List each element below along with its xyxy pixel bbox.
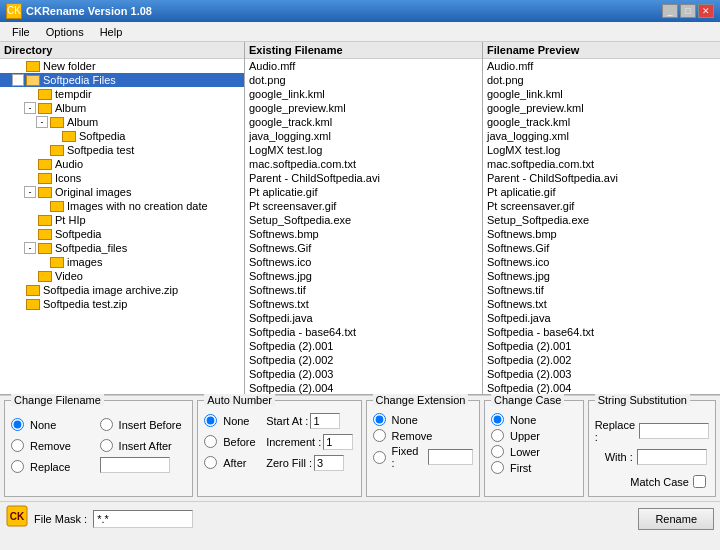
list-item[interactable]: Softpedia (2).004 [483, 381, 720, 394]
cf-insert-after-option[interactable]: Insert After [100, 439, 187, 452]
an-none-radio[interactable] [204, 414, 217, 427]
list-item[interactable]: Softpedia (2).002 [483, 353, 720, 367]
cc-first-option[interactable]: First [491, 461, 577, 474]
list-item[interactable]: google_preview.kml [245, 101, 482, 115]
list-item[interactable]: Softnews.tif [245, 283, 482, 297]
an-before-option[interactable]: Before [204, 435, 264, 448]
cf-none-radio[interactable] [11, 418, 24, 431]
list-item[interactable]: java_logging.xml [483, 129, 720, 143]
tree-item[interactable]: -Softpedia Files [0, 73, 244, 87]
list-item[interactable]: Pt aplicatie.gif [245, 185, 482, 199]
tree-item[interactable]: Audio [0, 157, 244, 171]
tree-item[interactable]: -Album [0, 115, 244, 129]
expand-icon[interactable]: - [24, 242, 36, 254]
list-item[interactable]: google_link.kml [245, 87, 482, 101]
list-item[interactable]: Softnews.bmp [245, 227, 482, 241]
list-item[interactable]: Audio.mff [245, 59, 482, 73]
match-case-checkbox[interactable] [693, 475, 706, 488]
list-item[interactable]: dot.png [483, 73, 720, 87]
expand-icon[interactable]: - [24, 186, 36, 198]
list-item[interactable]: LogMX test.log [483, 143, 720, 157]
directory-tree[interactable]: New folder-Softpedia Filestempdir-Album-… [0, 59, 244, 394]
list-item[interactable]: Softpedi.java [245, 311, 482, 325]
cc-lower-option[interactable]: Lower [491, 445, 577, 458]
tree-item[interactable]: Icons [0, 171, 244, 185]
cf-none-option[interactable]: None [11, 418, 98, 431]
cc-upper-option[interactable]: Upper [491, 429, 577, 442]
menu-help[interactable]: Help [92, 24, 131, 40]
list-item[interactable]: java_logging.xml [245, 129, 482, 143]
list-item[interactable]: Softpedia - base64.txt [483, 325, 720, 339]
list-item[interactable]: Parent - ChildSoftpedia.avi [483, 171, 720, 185]
ce-fixed-input[interactable] [428, 449, 473, 465]
menu-options[interactable]: Options [38, 24, 92, 40]
list-item[interactable]: Softpedia (2).001 [483, 339, 720, 353]
start-at-input[interactable] [310, 413, 340, 429]
list-item[interactable]: mac.softpedia.com.txt [483, 157, 720, 171]
an-none-option[interactable]: None [204, 414, 264, 427]
list-item[interactable]: Softnews.jpg [245, 269, 482, 283]
list-item[interactable]: Softnews.txt [245, 297, 482, 311]
list-item[interactable]: Setup_Softpedia.exe [483, 213, 720, 227]
list-item[interactable]: Pt screensaver.gif [245, 199, 482, 213]
ce-none-radio[interactable] [373, 413, 386, 426]
tree-item[interactable]: Video [0, 269, 244, 283]
list-item[interactable]: Softpedia (2).002 [245, 353, 482, 367]
an-after-option[interactable]: After [204, 456, 264, 469]
tree-item[interactable]: images [0, 255, 244, 269]
ce-remove-radio[interactable] [373, 429, 386, 442]
list-item[interactable]: Softpedia (2).004 [245, 381, 482, 394]
list-item[interactable]: Softnews.txt [483, 297, 720, 311]
list-item[interactable]: Setup_Softpedia.exe [245, 213, 482, 227]
list-item[interactable]: Softpedia - base64.txt [245, 325, 482, 339]
list-item[interactable]: Audio.mff [483, 59, 720, 73]
expand-icon[interactable]: - [36, 116, 48, 128]
ce-none-option[interactable]: None [373, 413, 474, 426]
replace-input[interactable] [639, 423, 709, 439]
expand-icon[interactable]: - [24, 102, 36, 114]
maximize-button[interactable]: □ [680, 4, 696, 18]
cc-upper-radio[interactable] [491, 429, 504, 442]
list-item[interactable]: mac.softpedia.com.txt [245, 157, 482, 171]
list-item[interactable]: google_preview.kml [483, 101, 720, 115]
list-item[interactable]: Softpedia (2).001 [245, 339, 482, 353]
list-item[interactable]: Softpedia (2).003 [483, 367, 720, 381]
ce-fixed-radio[interactable] [373, 451, 386, 464]
cf-replace-option[interactable]: Replace [11, 460, 98, 473]
cc-none-option[interactable]: None [491, 413, 577, 426]
tree-item[interactable]: New folder [0, 59, 244, 73]
tree-item[interactable]: -Softpedia_files [0, 241, 244, 255]
filemask-input[interactable] [93, 510, 193, 528]
list-item[interactable]: Softnews.tif [483, 283, 720, 297]
cc-lower-radio[interactable] [491, 445, 504, 458]
tree-item[interactable]: Softpedia test [0, 143, 244, 157]
tree-item[interactable]: tempdir [0, 87, 244, 101]
ce-fixed-option[interactable]: Fixed : [373, 445, 474, 469]
tree-item[interactable]: Softpedia test.zip [0, 297, 244, 311]
cf-remove-option[interactable]: Remove [11, 439, 98, 452]
list-item[interactable]: google_track.kml [245, 115, 482, 129]
tree-item[interactable]: Softpedia image archive.zip [0, 283, 244, 297]
list-item[interactable]: Parent - ChildSoftpedia.avi [245, 171, 482, 185]
menu-file[interactable]: File [4, 24, 38, 40]
cc-first-radio[interactable] [491, 461, 504, 474]
close-button[interactable]: ✕ [698, 4, 714, 18]
list-item[interactable]: Softpedia (2).003 [245, 367, 482, 381]
list-item[interactable]: Softpedi.java [483, 311, 720, 325]
cf-remove-radio[interactable] [11, 439, 24, 452]
cc-none-radio[interactable] [491, 413, 504, 426]
tree-item[interactable]: -Original images [0, 185, 244, 199]
cf-replace-radio[interactable] [11, 460, 24, 473]
list-item[interactable]: Softnews.ico [483, 255, 720, 269]
expand-icon[interactable]: - [12, 74, 24, 86]
cf-replace-input[interactable] [100, 457, 170, 473]
rename-button[interactable]: Rename [638, 508, 714, 530]
list-item[interactable]: LogMX test.log [245, 143, 482, 157]
an-after-radio[interactable] [204, 456, 217, 469]
ce-remove-option[interactable]: Remove [373, 429, 474, 442]
list-item[interactable]: Softnews.ico [245, 255, 482, 269]
cf-insert-before-radio[interactable] [100, 418, 113, 431]
cf-insert-after-radio[interactable] [100, 439, 113, 452]
preview-file-list[interactable]: Audio.mffdot.pnggoogle_link.kmlgoogle_pr… [483, 59, 720, 394]
tree-item[interactable]: Softpedia [0, 129, 244, 143]
